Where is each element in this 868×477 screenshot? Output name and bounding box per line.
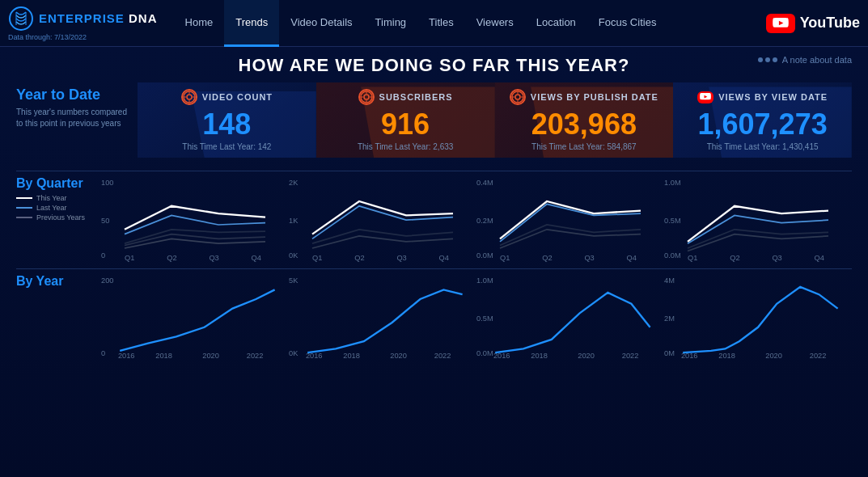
kpi-views-view-label: VIEWS BY VIEW DATE [718,92,828,102]
svg-text:2022: 2022 [810,352,827,360]
svg-point-0 [10,7,32,30]
kpi-views-publish: VIEWS BY PUBLISH DATE 203,968 This Time … [495,82,674,158]
svg-text:2M: 2M [664,314,675,323]
svg-text:0.4M: 0.4M [476,179,493,187]
kpi-views-view-icon [697,89,713,105]
svg-text:2K: 2K [289,179,299,187]
svg-text:2020: 2020 [390,352,407,360]
svg-text:2018: 2018 [155,352,172,360]
svg-text:5K: 5K [289,277,299,285]
ytd-desc: This year's numbers compared to this poi… [16,107,129,129]
nav-location[interactable]: Location [525,0,587,47]
kpi-row: VIDEO COUNT 148 This Time Last Year: 142 [138,82,852,158]
by-year-chart-2: 5K 0K 2016 2018 2020 2022 [289,274,476,361]
bq-charts: 100 50 0 Q1 Q2 Q3 Q4 [101,176,852,264]
nav-home[interactable]: Home [174,0,225,47]
kpi-subscribers-value: 916 [381,110,430,139]
legend-this-year: This Year [16,194,97,202]
kpi-views-view: VIEWS BY VIEW DATE 1,607,273 This Time L… [673,82,852,158]
svg-text:2018: 2018 [718,352,735,360]
svg-text:1.0M: 1.0M [664,179,681,187]
kpi-subscribers: SUBSCRIBERS 916 This Time Last Year: 2,6… [316,82,495,158]
kpi-subscribers-icon [358,89,375,105]
nav-titles[interactable]: Titles [417,0,465,47]
dna-icon [8,6,34,32]
by-quarter-title: By Quarter [16,176,97,191]
yt-text: YouTube [800,15,860,32]
nav-focus-cities[interactable]: Focus Cities [587,0,668,47]
svg-text:Q4: Q4 [439,254,449,262]
svg-point-5 [187,95,192,99]
svg-text:200: 200 [101,277,113,285]
nav-viewers[interactable]: Viewers [465,0,525,47]
by-year-chart-3: 1.0M 0.5M 0.0M 2016 2018 2020 2022 [476,274,664,361]
kpi-views-view-value: 1,607,273 [698,110,828,139]
logo-area: ENTERPRISE DNA Data through: 7/13/2022 [8,6,158,41]
svg-text:Q3: Q3 [772,254,781,262]
top-area: HOW ARE WE DOING SO FAR THIS YEAR? A not… [16,55,852,76]
legend-last-year: Last Year [16,204,97,212]
svg-text:Q2: Q2 [730,254,739,262]
y-label-min: 0 [101,251,105,260]
ytd-title: Year to Date [16,87,129,103]
y-label-max: 100 [101,179,113,187]
svg-text:0.0M: 0.0M [476,251,493,260]
svg-text:Q2: Q2 [167,254,176,262]
by-quarter-section: By Quarter This Year Last Year Previous … [16,176,852,264]
note-data: A note about data [758,55,852,65]
svg-text:2018: 2018 [531,352,548,360]
kpi-views-publish-value: 203,968 [531,110,637,139]
svg-text:2016: 2016 [493,352,510,360]
kpi-video-count-label: VIDEO COUNT [202,92,273,102]
svg-text:Q1: Q1 [125,254,134,262]
svg-text:2020: 2020 [578,352,595,360]
nav-video-details[interactable]: Video Details [279,0,363,47]
svg-text:Q2: Q2 [354,254,364,262]
kpi-video-count-sublabel: This Time Last Year: 142 [182,142,271,151]
by-year-chart-4: 4M 2M 0M 2016 2018 2020 2022 [664,274,852,361]
page-title: HOW ARE WE DOING SO FAR THIS YEAR? [16,55,852,76]
main-content: HOW ARE WE DOING SO FAR THIS YEAR? A not… [0,47,868,477]
legend-prev-years: Previous Years [16,213,97,222]
svg-text:2022: 2022 [622,352,639,360]
svg-text:2020: 2020 [202,352,219,360]
nav-trends[interactable]: Trends [224,0,279,47]
svg-text:1.0M: 1.0M [476,277,493,285]
logo-subtitle: Data through: 7/13/2022 [8,33,87,41]
kpi-views-publish-sublabel: This Time Last Year: 584,867 [531,142,637,151]
kpi-video-count-value: 148 [202,110,251,139]
by-year-section: By Year 200 0 2016 2018 2020 2022 5K [16,274,852,361]
kpi-video-count: VIDEO COUNT 148 This Time Last Year: 142 [138,82,316,158]
svg-text:Q4: Q4 [627,254,637,262]
logo-brand: ENTERPRISE DNA [39,11,158,25]
svg-text:Q3: Q3 [584,254,594,262]
yt-icon [766,14,795,33]
svg-text:0.0M: 0.0M [664,251,681,260]
svg-text:0K: 0K [289,251,299,260]
y-label-mid: 50 [101,217,109,225]
ytd-section: Year to Date This year's numbers compare… [16,82,852,166]
note-label: A note about data [782,55,852,65]
svg-text:0.2M: 0.2M [476,217,493,225]
svg-text:Q1: Q1 [500,254,510,262]
bq-chart-4: 1.0M 0.5M 0.0M Q1 Q2 Q3 Q4 [664,176,852,264]
kpi-views-view-header: VIEWS BY VIEW DATE [697,89,828,105]
svg-text:Q3: Q3 [209,254,218,262]
svg-text:0: 0 [101,349,105,357]
svg-text:0.5M: 0.5M [476,314,493,323]
main-nav: Home Trends Video Details Timing Titles … [174,0,766,47]
svg-text:2016: 2016 [118,352,135,360]
svg-text:2016: 2016 [306,352,323,360]
by-year-chart-1: 200 0 2016 2018 2020 2022 [101,274,289,361]
kpi-subscribers-label: SUBSCRIBERS [379,92,453,102]
by-year-charts: 200 0 2016 2018 2020 2022 5K 0K 2016 201… [101,274,852,361]
divider-2 [16,268,852,269]
kpi-subscribers-sublabel: This Time Last Year: 2,633 [358,142,453,151]
by-left: By Year [16,274,97,292]
kpi-subscribers-header: SUBSCRIBERS [358,89,453,105]
nav-timing[interactable]: Timing [364,0,418,47]
svg-text:2016: 2016 [681,352,698,360]
svg-text:2020: 2020 [765,352,782,360]
svg-text:Q4: Q4 [252,254,261,262]
svg-text:Q3: Q3 [396,254,406,262]
